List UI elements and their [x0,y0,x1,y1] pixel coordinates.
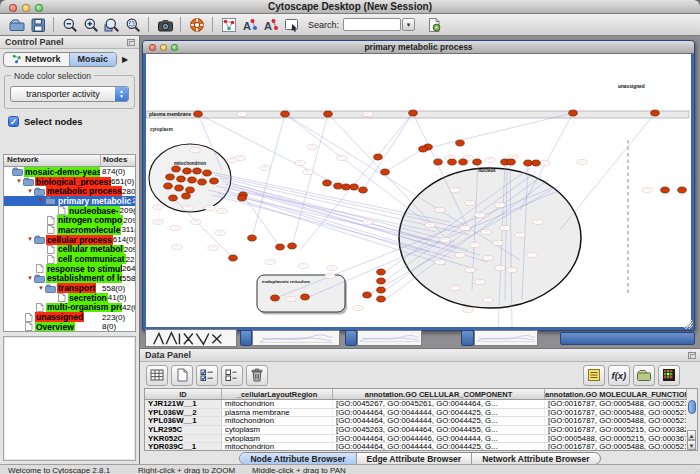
table-row[interactable]: YDR039C__1mitochondrion[GO:0044464, GO:0… [145,443,687,451]
tree-row-secretion[interactable]: secretion41(0) [4,293,135,303]
network-node[interactable] [281,111,290,117]
network-node[interactable] [350,184,359,190]
network-node[interactable] [363,292,372,298]
network-node[interactable] [182,193,191,199]
function-builder-icon[interactable]: f(x) [608,365,630,386]
import-attributes-icon[interactable] [633,365,655,386]
network-view-window[interactable]: primary metabolic process plasma membran… [142,40,695,331]
network-node[interactable] [323,180,332,186]
zoom-in-icon[interactable] [80,15,101,34]
table-row[interactable]: YPL036W__1mitochondrion[GO:0044464, GO:0… [145,417,687,426]
zoom-fit-icon[interactable] [122,15,143,34]
tree-row-metabolic-process[interactable]: ▼metabolic process280(0) [4,186,135,196]
minimized-window-edge[interactable] [461,330,474,346]
network-node[interactable] [203,170,212,176]
float-panel-icon[interactable] [127,39,135,46]
tab-network[interactable]: Network [4,53,70,66]
table-column-header[interactable]: annotation.GO CELLULAR_COMPONENT [333,389,545,399]
tree-row-mosaic-demo-yeast[interactable]: mosaic-demo-yeast874(0) [4,167,135,177]
tree-expander-icon[interactable]: ▼ [26,187,34,196]
network-node[interactable] [569,110,578,116]
minimized-window-edge[interactable] [345,330,357,346]
tree-row-transport[interactable]: ▼transport558(0) [4,283,135,293]
network-node[interactable] [334,183,343,189]
tree-expander-icon[interactable]: ▼ [37,284,45,293]
open-icon[interactable] [6,15,27,34]
network-canvas-svg[interactable]: plasma membranecytoplasmmitochondrionnuc… [146,54,691,327]
tree-row-unassigned[interactable]: unassigned223(0) [4,312,135,322]
attribute-grid-icon[interactable] [146,365,168,386]
search-dropdown-arrow[interactable]: ▾ [402,18,415,31]
scroll-down-button[interactable]: ▼ [687,440,696,450]
network-node[interactable] [193,168,202,174]
table-row[interactable]: YPL036W__2plasma membrane[GO:0044464, GO… [145,409,687,418]
scrollbar-thumb[interactable] [688,400,696,414]
network-node[interactable] [448,159,457,165]
network-edge[interactable] [560,113,655,230]
tree-expander-icon[interactable]: ▼ [37,196,45,205]
network-node[interactable] [271,295,280,301]
network-node[interactable] [377,287,386,293]
matrix-icon[interactable] [658,365,680,386]
tree-row-nucleobase-[interactable]: nucleobase-209(0) [4,206,135,216]
more-tabs-arrow[interactable]: ▶ [122,55,128,64]
network-node[interactable] [377,269,386,275]
network-edge[interactable] [252,114,285,238]
tab-mosaic[interactable]: Mosaic [70,53,117,66]
network-node[interactable] [198,179,207,185]
network-edge[interactable] [385,149,423,172]
unselect-attributes-icon[interactable] [221,365,243,386]
network-node[interactable] [419,146,428,152]
network-node[interactable] [229,255,238,261]
network-node[interactable] [177,176,186,182]
network-node[interactable] [532,160,541,166]
tree-row-cellular-process[interactable]: ▼cellular process614(0) [4,235,135,245]
node-color-dropdown[interactable]: transporter activity ▲▼ [10,86,129,102]
tab-network-attribute-browser[interactable]: Network Attribute Browser [472,453,599,464]
table-scrollbar[interactable]: ▲ ▼ [687,388,698,451]
select-mode-icon[interactable] [281,15,302,34]
plugin-manager-icon[interactable] [423,15,444,34]
network-node[interactable] [524,160,533,166]
tree-row-macromolecule[interactable]: macromolecule311(0) [4,225,135,235]
network-node[interactable] [456,140,465,146]
tab-edge-attribute-browser[interactable]: Edge Attribute Browser [357,453,473,464]
network-node[interactable] [288,243,297,249]
select-nodes-checkbox[interactable]: ✓ [8,116,19,127]
network-node[interactable] [194,111,203,117]
network-node[interactable] [374,154,383,160]
network-node[interactable] [678,187,687,193]
network-node[interactable] [473,159,482,165]
search-input[interactable] [343,18,401,31]
tree-expander-icon[interactable]: ▼ [26,274,34,283]
tree-expander-icon[interactable]: ▼ [26,235,34,244]
network-node[interactable] [661,187,670,193]
tree-row-cellular-metabol[interactable]: cellular metabol209(0) [4,245,135,255]
tree-row-response-to-stimul[interactable]: response to stimul264(0) [4,264,135,274]
tree-row-primary-metabolic[interactable]: ▼primary metabolic209(0) [4,196,135,206]
window-resize-grip[interactable] [684,320,693,329]
float-panel-icon[interactable] [688,352,696,359]
label-list-icon[interactable] [583,365,605,386]
network-canvas[interactable]: plasma membranecytoplasmmitochondrionnuc… [146,54,691,327]
table-column-header[interactable]: annotation.GO MOLECULAR_FUNCTION [545,389,687,399]
save-icon[interactable] [27,15,48,34]
minimized-window-fragment[interactable] [145,329,237,347]
network-node[interactable] [186,187,195,193]
delete-attribute-icon[interactable] [246,365,268,386]
network-node[interactable] [342,184,351,190]
minimized-window-fragment[interactable] [474,330,538,346]
help-icon[interactable] [186,15,207,34]
tree-expander-icon[interactable]: ▼ [15,177,23,186]
new-attribute-icon[interactable] [171,365,193,386]
vizmapper-b-icon[interactable]: A [260,15,281,34]
network-node[interactable] [172,166,181,172]
table-column-header[interactable]: ID [145,389,222,399]
network-node[interactable] [377,278,386,284]
network-node[interactable] [381,169,390,175]
network-node[interactable] [434,159,443,165]
zoom-out-icon[interactable] [59,15,80,34]
tree-row-overview[interactable]: Overview8(0) [4,322,135,332]
scroll-up-button[interactable]: ▲ [687,430,696,440]
table-row[interactable]: YJR121W__1mitochondrion[GO:0045267, GO:0… [145,400,687,409]
